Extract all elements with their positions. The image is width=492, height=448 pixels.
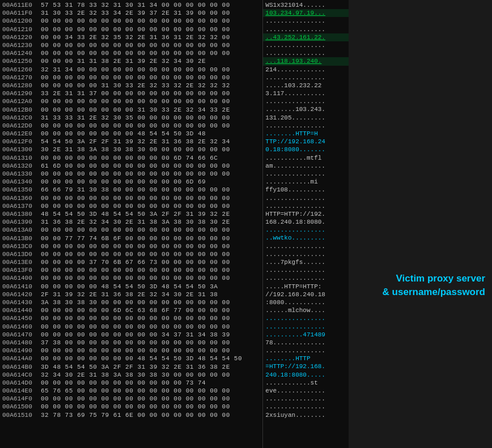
ascii-row: ................: [263, 314, 349, 322]
hex-bytes: 65 76 65 00 00 00 00 00 00 00 00 00 00 0…: [41, 387, 262, 395]
hex-address: 00A61320: [0, 162, 41, 170]
hex-bytes: 00 00 00 00 00 00 00 00 00 00 00 00 6D 6…: [41, 178, 262, 186]
hex-row: 00A612F054 54 50 3A 2F 2F 31 39 32 2E 31…: [0, 138, 262, 146]
hex-address: 00A61290: [0, 89, 41, 97]
ascii-row: ...118.193.240.: [263, 57, 349, 65]
ascii-row: ................: [263, 250, 349, 258]
ascii-row: ................: [263, 122, 349, 130]
hex-row: 00A6145000 00 00 00 00 00 00 00 00 00 00…: [0, 314, 262, 322]
hex-address: 00A613B0: [0, 234, 41, 242]
hex-row: 00A614F000 00 00 00 00 00 00 00 00 00 00…: [0, 395, 262, 403]
ascii-cyan-highlight: ................: [265, 227, 325, 233]
hex-address: 00A612B0: [0, 106, 41, 114]
hex-row: 00A612B000 00 00 00 00 00 00 00 31 30 33…: [0, 105, 262, 113]
hex-address: 00A61410: [0, 283, 41, 291]
hex-row: 00A6147000 00 00 00 00 00 00 00 00 00 34…: [0, 331, 262, 339]
ascii-row: eve.............: [263, 387, 349, 395]
ascii-row: ...........mtfl: [263, 154, 349, 162]
hex-address: 00A613F0: [0, 266, 41, 274]
hex-address: 00A61460: [0, 323, 41, 331]
ascii-row: .....103.232.22: [263, 82, 349, 89]
hex-address: 00A61480: [0, 339, 41, 347]
hex-address: 00A61270: [0, 74, 41, 82]
hex-address: 00A61330: [0, 170, 41, 178]
hex-bytes: 3A 38 30 38 30 00 00 00 00 00 00 00 00 0…: [41, 298, 262, 306]
ascii-row: 214.............: [263, 66, 349, 74]
ascii-highlight: 103.234.97.19...: [265, 10, 325, 16]
ascii-row: ................: [263, 347, 349, 355]
hex-bytes: 00 00 00 00 00 48 54 54 50 3D 48 54 54 5…: [41, 283, 262, 291]
ascii-row: ................: [263, 403, 349, 411]
ascii-row: ................: [263, 49, 349, 57]
hex-bytes: 31 30 33 2E 32 33 34 2E 39 37 2E 31 39 0…: [41, 9, 262, 17]
hex-bytes: 00 00 00 00 00 00 00 00 00 00 00 00 00 0…: [41, 226, 262, 234]
hex-row: 00A6124000 00 00 00 00 00 00 00 00 00 00…: [0, 49, 262, 57]
hex-row: 00A6120000 00 00 00 00 00 00 00 00 00 00…: [0, 17, 262, 25]
hex-row: 00A6129033 2E 31 31 37 00 00 00 00 00 00…: [0, 89, 262, 97]
ascii-cyan-highlight: 0.18:8080.......: [265, 146, 325, 153]
ascii-row: ................: [263, 323, 349, 331]
ascii-cyan-highlight: ..wwtkо.........: [265, 234, 325, 241]
hex-bytes: 66 66 79 31 30 38 00 00 00 00 00 00 00 0…: [41, 186, 262, 194]
hex-bytes: 32 78 73 69 75 79 61 6E 00 00 00 00 00 0…: [41, 411, 262, 419]
hex-bytes: 00 00 00 00 00 00 00 00 48 54 54 50 3D 4…: [41, 130, 262, 138]
hex-address: 00A61220: [0, 33, 41, 41]
hex-address: 00A61440: [0, 306, 41, 314]
hex-row: 00A6130030 2E 31 38 3A 38 30 38 30 00 00…: [0, 146, 262, 153]
ascii-row: ..........471489: [263, 331, 349, 339]
hex-bytes: 00 00 00 00 00 00 00 00 00 00 00 00 00 0…: [41, 97, 262, 105]
ascii-cyan-highlight: =HTTP://192.168.: [265, 363, 325, 370]
hex-row: 00A613B000 00 77 77 74 6B 6F 00 00 00 00…: [0, 234, 262, 242]
hex-address: 00A611E0: [0, 1, 41, 9]
hex-address: 00A613A0: [0, 226, 41, 234]
hex-bytes: 61 6D 00 00 00 00 00 00 00 00 00 00 00 0…: [41, 162, 262, 170]
hex-bytes: 00 00 00 00 00 00 00 00 00 00 00 00 00 0…: [41, 194, 262, 202]
ascii-row: ................: [263, 41, 349, 49]
ascii-row: //192.168.240.18: [263, 291, 349, 298]
hex-row: 00A612C031 33 33 31 2E 32 30 35 00 00 00…: [0, 114, 262, 122]
ascii-row: TTP://192.168.24: [263, 138, 349, 146]
ascii-row: ....7pkgfs......: [263, 258, 349, 266]
hex-address: 00A61310: [0, 154, 41, 162]
victim-proxy-label: Victim proxy server & username/password: [383, 272, 485, 299]
hex-row: 00A614C032 34 30 2E 31 38 3A 38 30 38 30…: [0, 371, 262, 379]
ascii-row: ................: [263, 194, 349, 202]
ascii-row: HTTP=HTTP://192.: [263, 210, 349, 218]
hex-bytes: 37 38 00 00 00 00 00 00 00 00 00 00 00 0…: [41, 339, 262, 347]
ascii-row: ................: [263, 202, 349, 210]
hex-bytes: 00 00 00 00 00 00 00 00 00 00 00 00 00 0…: [41, 41, 262, 49]
ascii-panel: WS1x321014......103.234.97.19...........…: [262, 0, 349, 448]
ascii-row: ................: [263, 395, 349, 403]
hex-row: 00A614202F 31 39 32 2E 31 36 38 2E 32 34…: [0, 291, 262, 298]
ascii-highlight: ...118.193.240.: [265, 58, 321, 65]
hex-bytes: 00 00 00 00 00 00 00 00 00 00 00 00 00 0…: [41, 250, 262, 258]
ascii-row: ................: [263, 74, 349, 82]
ascii-row: ......mlchow....: [263, 306, 349, 314]
ascii-cyan-highlight: ..........471489: [265, 331, 325, 338]
hex-address: 00A612F0: [0, 138, 41, 146]
hex-row: 00A6138048 54 54 50 3D 48 54 54 50 3A 2F…: [0, 210, 262, 218]
hex-panel: 00A611E057 53 31 78 33 32 31 30 31 34 00…: [0, 0, 262, 448]
hex-row: 00A6133000 00 00 00 00 00 00 00 00 00 00…: [0, 170, 262, 178]
hex-row: 00A611E057 53 31 78 33 32 31 30 31 34 00…: [0, 1, 262, 9]
hex-bytes: 48 54 54 50 3D 48 54 54 50 3A 2F 2F 31 3…: [41, 210, 262, 218]
hex-address: 00A61380: [0, 210, 41, 218]
hex-bytes: 00 00 00 00 00 00 00 00 00 00 00 00 00 0…: [41, 202, 262, 210]
hex-bytes: 31 36 38 2E 32 34 30 2E 31 38 3A 38 30 3…: [41, 218, 262, 226]
hex-address: 00A613E0: [0, 258, 41, 266]
ascii-row: ........HTTP: [263, 355, 349, 362]
hex-row: 00A6134000 00 00 00 00 00 00 00 00 00 00…: [0, 178, 262, 186]
hex-address: 00A612A0: [0, 97, 41, 105]
ascii-row: =HTTP://192.168.: [263, 362, 349, 370]
hex-bytes: 00 00 00 00 00 00 00 00 00 00 00 00 00 0…: [41, 266, 262, 274]
hex-row: 00A6136000 00 00 00 00 00 00 00 00 00 00…: [0, 194, 262, 202]
hex-row: 00A6140000 00 00 00 00 00 00 00 00 00 00…: [0, 274, 262, 282]
hex-row: 00A614E065 76 65 00 00 00 00 00 00 00 00…: [0, 387, 262, 395]
hex-row: 00A6146000 00 00 00 00 00 00 00 00 00 00…: [0, 323, 262, 331]
hex-row: 00A614B03D 48 54 54 50 3A 2F 2F 31 39 32…: [0, 362, 262, 370]
hex-bytes: 00 00 00 00 00 00 00 00 00 00 00 00 00 0…: [41, 122, 262, 130]
hex-bytes: 32 34 30 2E 31 38 3A 38 30 38 30 00 00 0…: [41, 371, 262, 379]
hex-row: 00A6121000 00 00 00 00 00 00 00 00 00 00…: [0, 25, 262, 33]
hex-address: 00A613D0: [0, 250, 41, 258]
ascii-row: ........HTTP=H: [263, 130, 349, 138]
